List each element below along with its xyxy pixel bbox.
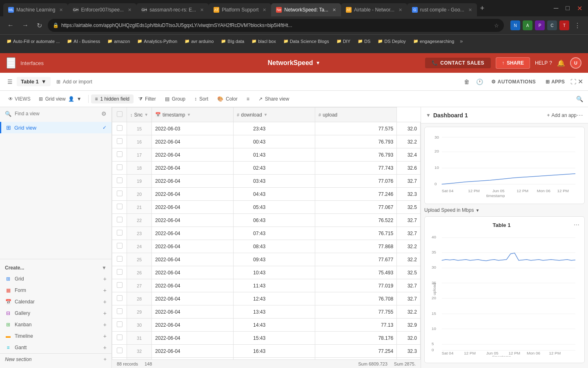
- group-button[interactable]: ▤ Group: [161, 94, 189, 103]
- tab-enforcer[interactable]: GH Enforcer007/spee... ✕: [68, 3, 136, 16]
- hamburger-button[interactable]: ☰: [7, 57, 16, 69]
- row-checkbox[interactable]: [117, 191, 122, 196]
- row-checkbox-cell[interactable]: [112, 188, 127, 201]
- table-row[interactable]: 18 2022-06-04 02:43 77.743 32.6: [112, 162, 421, 175]
- bookmark-amazon[interactable]: 📁 amazon: [104, 38, 133, 45]
- delete-button[interactable]: 🗑: [461, 77, 472, 87]
- row-checkbox[interactable]: [117, 348, 122, 353]
- row-checkbox-cell[interactable]: [112, 201, 127, 214]
- add-app-footer[interactable]: + + Add an app: [424, 366, 585, 368]
- row-checkbox-cell[interactable]: [112, 332, 127, 345]
- row-checkbox-cell[interactable]: [112, 162, 127, 175]
- create-item-gallery[interactable]: ⊟ Gallery +: [0, 307, 111, 319]
- bookmark-diy[interactable]: 📁 DIY: [333, 38, 354, 45]
- th-timestamp[interactable]: 📅 timestamp ▼: [152, 108, 234, 122]
- table-row[interactable]: 30 2022-06-04 14:43 77.13 32.9: [112, 319, 421, 332]
- sidebar-toggle-button[interactable]: ☰: [5, 77, 15, 87]
- create-item-gantt-plus[interactable]: +: [103, 344, 107, 351]
- share-button[interactable]: ↑ SHARE: [496, 57, 530, 69]
- close-window-button[interactable]: ✕: [575, 3, 585, 14]
- apps-button[interactable]: ⊞ APPS: [541, 77, 569, 86]
- create-item-kanban[interactable]: ⊞ Kanban +: [0, 319, 111, 330]
- table-row[interactable]: 15 2022-06-03 23:43 77.575 32.0: [112, 122, 421, 135]
- row-checkbox-cell[interactable]: [112, 319, 127, 332]
- row-checkbox-cell[interactable]: [112, 240, 127, 253]
- create-item-gallery-plus[interactable]: +: [103, 310, 107, 316]
- color-button[interactable]: 🎨 Color: [213, 94, 242, 103]
- ext-icon-3[interactable]: P: [535, 20, 545, 30]
- help-button[interactable]: HELP ?: [535, 60, 552, 66]
- sidebar-settings-button[interactable]: ⚙: [101, 110, 107, 117]
- row-checkbox[interactable]: [117, 230, 122, 236]
- add-app-button[interactable]: + Add an app: [547, 112, 577, 118]
- row-checkbox[interactable]: [117, 295, 122, 301]
- tab-close-4[interactable]: ✕: [263, 7, 266, 13]
- table-row[interactable]: 16 2022-06-04 00:43 76.793 32.2: [112, 135, 421, 148]
- row-checkbox[interactable]: [117, 282, 122, 288]
- row-checkbox-cell[interactable]: [112, 305, 127, 319]
- upload-speed-dropdown[interactable]: ▼: [475, 208, 479, 213]
- row-checkbox-cell[interactable]: [112, 279, 127, 292]
- dashboard-menu-button[interactable]: ⋯: [577, 111, 583, 119]
- create-item-form[interactable]: ▦ Form +: [0, 285, 111, 296]
- extensions-button[interactable]: ⋮: [572, 20, 583, 31]
- create-item-timeline-plus[interactable]: +: [103, 333, 107, 339]
- search-button[interactable]: 🔍: [576, 96, 583, 102]
- table-selector[interactable]: Table 1 ▼: [17, 77, 51, 86]
- fullscreen-button[interactable]: ⛶: [570, 79, 576, 85]
- filter-button[interactable]: ⧩ Filter: [134, 94, 160, 103]
- row-checkbox[interactable]: [117, 138, 122, 144]
- sort-button[interactable]: ↕ Sort: [190, 94, 212, 103]
- ext-icon-1[interactable]: N: [510, 20, 520, 30]
- table-row[interactable]: 29 2022-06-04 13:43 77.755 32.2: [112, 305, 421, 319]
- row-checkbox-cell[interactable]: [112, 253, 127, 266]
- tab-close-7[interactable]: ✕: [468, 7, 472, 13]
- row-checkbox[interactable]: [117, 151, 122, 157]
- table-row[interactable]: 21 2022-06-04 05:43 77.067 32.5: [112, 201, 421, 214]
- create-item-form-plus[interactable]: +: [103, 287, 107, 294]
- star-icon[interactable]: ☆: [494, 22, 499, 29]
- create-item-calendar-plus[interactable]: +: [103, 298, 107, 305]
- tab-close-2[interactable]: ✕: [128, 7, 131, 13]
- forward-button[interactable]: →: [20, 20, 31, 31]
- create-item-gantt[interactable]: ≡ Gantt +: [0, 342, 111, 353]
- table-row[interactable]: 32 2022-06-04 16:43 77.254 32.3: [112, 345, 421, 358]
- table-row[interactable]: 27 2022-06-04 11:43 77.019 32.7: [112, 279, 421, 292]
- tab-sassman[interactable]: GH sassman/t-rec-rs: E... ✕: [136, 3, 209, 16]
- bookmark-bigdata[interactable]: 📁 BIg data: [218, 38, 247, 45]
- new-section-plus[interactable]: +: [103, 356, 107, 362]
- table-row[interactable]: 23 2022-06-04 07:43 76.715 32.7: [112, 227, 421, 240]
- table-row[interactable]: 25 2022-06-04 09:43 77.677 32.2: [112, 253, 421, 266]
- create-item-grid[interactable]: ⊞ Grid +: [0, 273, 111, 285]
- tab-close-3[interactable]: ✕: [200, 7, 204, 13]
- row-checkbox[interactable]: [117, 308, 122, 314]
- reload-button[interactable]: ↻: [34, 20, 45, 31]
- table-row[interactable]: 22 2022-06-04 06:43 76.522 32.7: [112, 214, 421, 227]
- tab-close-6[interactable]: ✕: [399, 7, 402, 13]
- create-item-kanban-plus[interactable]: +: [103, 321, 107, 328]
- th-download-dropdown[interactable]: ▼: [264, 112, 268, 117]
- row-checkbox-cell[interactable]: [112, 122, 127, 135]
- table-row[interactable]: 17 2022-06-04 01:43 76.793 32.4: [112, 148, 421, 162]
- add-import-button[interactable]: ⊞ Add or import: [52, 77, 96, 86]
- bookmark-avr[interactable]: 📁 avr arduino: [181, 38, 217, 45]
- ext-icon-2[interactable]: A: [523, 20, 532, 30]
- table-row[interactable]: 31 2022-06-04 15:43 78.176 32.0: [112, 332, 421, 345]
- create-item-grid-plus[interactable]: +: [103, 276, 107, 282]
- row-checkbox-cell[interactable]: [112, 175, 127, 188]
- table-container[interactable]: ↕ Snc ▼ 📅 timestamp ▼: [112, 107, 421, 359]
- row-checkbox[interactable]: [117, 164, 122, 170]
- row-checkbox[interactable]: [117, 125, 122, 131]
- row-checkbox[interactable]: [117, 177, 122, 183]
- table-row[interactable]: 26 2022-06-04 10:43 75.493 32.5: [112, 266, 421, 279]
- tab-networkspeed[interactable]: Ne NetworkSpeed: Ta... ✕: [271, 3, 341, 16]
- title-dropdown-icon[interactable]: ▼: [316, 60, 321, 66]
- row-checkbox[interactable]: [117, 269, 122, 275]
- share-view-button[interactable]: ↗ Share view: [254, 94, 293, 103]
- grid-view-button[interactable]: ⊞ Grid view 👤 ▼: [35, 94, 86, 103]
- dashboard-toggle[interactable]: ▼: [426, 112, 431, 118]
- th-snc[interactable]: ↕ Snc ▼: [127, 108, 152, 122]
- row-checkbox-cell[interactable]: [112, 227, 127, 240]
- ext-icon-4[interactable]: C: [547, 20, 557, 30]
- tab-platform-support[interactable]: AT Platform Support ✕: [209, 3, 271, 16]
